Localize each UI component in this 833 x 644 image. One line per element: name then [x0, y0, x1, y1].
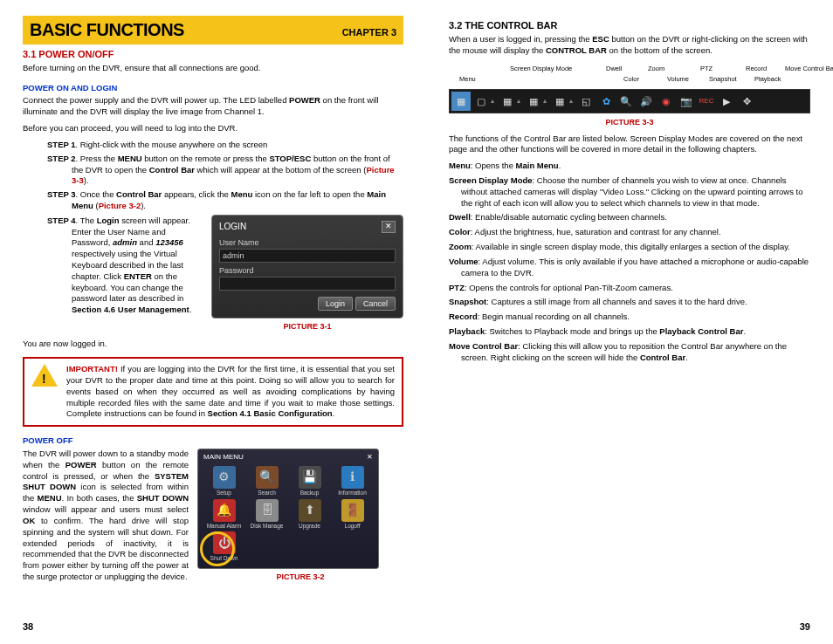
menu-backup[interactable]: 💾Backup [289, 466, 330, 497]
ptz-icon: ◉ [659, 94, 673, 108]
up-icon: ▴ [517, 97, 520, 106]
menu-alarm[interactable]: 🔔Manual Alarm [203, 499, 244, 531]
volume-icon: 🔊 [639, 94, 653, 108]
ctrl-playback[interactable]: ▶ [717, 92, 736, 111]
p2: Before you can proceed, you will need to… [23, 123, 403, 134]
grid4-icon: ▦ [500, 94, 514, 108]
up-icon: ▴ [569, 97, 573, 106]
login-title: LOGIN [219, 221, 246, 233]
username-input[interactable]: admin [219, 249, 396, 263]
important-box: IMPORTANT! If you are logging into the D… [23, 357, 403, 427]
highlight-circle [200, 531, 235, 566]
definition-list: Menu: Opens the Main Menu. Screen Displa… [449, 161, 810, 363]
chapter-title: BASIC FUNCTIONS [30, 18, 342, 42]
grid9-icon: ▦ [527, 94, 540, 108]
sub-power-on: POWER ON AND LOGIN [23, 83, 403, 94]
ctrl-move[interactable]: ✥ [737, 92, 756, 111]
login-dialog: LOGIN✕ User Nameadmin Password LoginCanc… [211, 215, 403, 319]
up-icon: ▴ [543, 97, 547, 106]
p1: Connect the power supply and the DVR wil… [23, 95, 403, 118]
chapter-number: CHAPTER 3 [342, 26, 396, 39]
grid16-icon: ▦ [553, 94, 567, 108]
warning-icon [31, 364, 59, 387]
ctrl-volume[interactable]: 🔊 [637, 92, 656, 111]
picture-3-1-label: PICTURE 3-1 [211, 321, 403, 332]
ctrl-dwell[interactable]: ◱ [576, 92, 595, 111]
color-icon: ✿ [599, 94, 613, 108]
close-icon[interactable]: ✕ [367, 453, 373, 462]
page-num-left: 38 [23, 620, 33, 634]
login-button[interactable]: Login [318, 297, 353, 311]
logged-in-text: You are now logged in. [23, 339, 403, 350]
step-list: STEP 1. Right-click with the mouse anywh… [23, 140, 403, 337]
ctrl-record[interactable]: REC [697, 92, 716, 111]
up-icon: ▴ [491, 97, 494, 106]
page-num-right: 39 [800, 620, 810, 634]
username-label: User Name [219, 237, 396, 248]
intro-text: Before turning on the DVR, ensure that a… [23, 63, 403, 74]
main-menu-title: MAIN MENU [203, 453, 244, 462]
ctrl-menu[interactable]: ▦ [451, 92, 471, 111]
picture-3-3-label: PICTURE 3-3 [449, 117, 810, 127]
ctrl-display-4[interactable]: ▦▴ [550, 92, 575, 111]
menu-upgrade[interactable]: ⬆Upgrade [289, 499, 330, 531]
menu-information[interactable]: ℹInformation [332, 466, 373, 497]
control-bar: ▦ ▢▴ ▦▴ ▦▴ ▦▴ ◱ ✿ 🔍 🔊 ◉ 📷 REC ▶ ✥ [449, 89, 810, 113]
menu-icon: ▦ [454, 94, 468, 108]
menu-search[interactable]: 🔍Search [246, 466, 287, 497]
zoom-icon: 🔍 [619, 94, 633, 108]
section-3-2: 3.2 THE CONTROL BAR [449, 19, 810, 32]
close-icon[interactable]: ✕ [382, 221, 396, 233]
ctrl-snapshot[interactable]: 📷 [677, 92, 696, 111]
ctrl-color[interactable]: ✿ [596, 92, 616, 111]
menu-disk[interactable]: 🗄Disk Manage [246, 499, 287, 531]
password-label: Password [219, 265, 396, 276]
ctrl-display-2[interactable]: ▦▴ [498, 92, 523, 111]
move-icon: ✥ [740, 94, 754, 108]
control-bar-labels: Menu Screen Display Mode Dwell Color Zoo… [449, 61, 810, 86]
grid-icon: ▢ [474, 94, 488, 108]
password-input[interactable] [219, 277, 396, 291]
menu-logoff[interactable]: 🚪Logoff [332, 499, 373, 531]
picture-3-2-label: PICTURE 3-2 [197, 572, 403, 582]
sub-power-off: POWER OFF [23, 435, 403, 447]
cancel-button[interactable]: Cancel [355, 297, 396, 311]
camera-icon: 📷 [679, 94, 693, 108]
ctrl-display-3[interactable]: ▦▴ [524, 92, 549, 111]
menu-setup[interactable]: ⚙Setup [203, 466, 244, 497]
ctrl-zoom[interactable]: 🔍 [616, 92, 636, 111]
play-icon: ▶ [719, 94, 733, 108]
intro-32: When a user is logged in, pressing the E… [449, 34, 810, 57]
record-icon: REC [699, 94, 713, 108]
dwell-icon: ◱ [579, 94, 593, 108]
ctrl-ptz[interactable]: ◉ [657, 92, 676, 111]
chapter-header: BASIC FUNCTIONS CHAPTER 3 [23, 16, 403, 45]
ctrl-display-1[interactable]: ▢▴ [472, 92, 497, 111]
section-3-1: 3.1 POWER ON/OFF [23, 48, 403, 61]
poweroff-text: The DVR will power down to a standby mod… [23, 449, 189, 583]
main-menu-dialog: MAIN MENU✕ ⚙Setup 🔍Search 💾Backup ℹInfor… [197, 449, 379, 569]
p-functions: The functions of the Control Bar are lis… [449, 134, 810, 156]
